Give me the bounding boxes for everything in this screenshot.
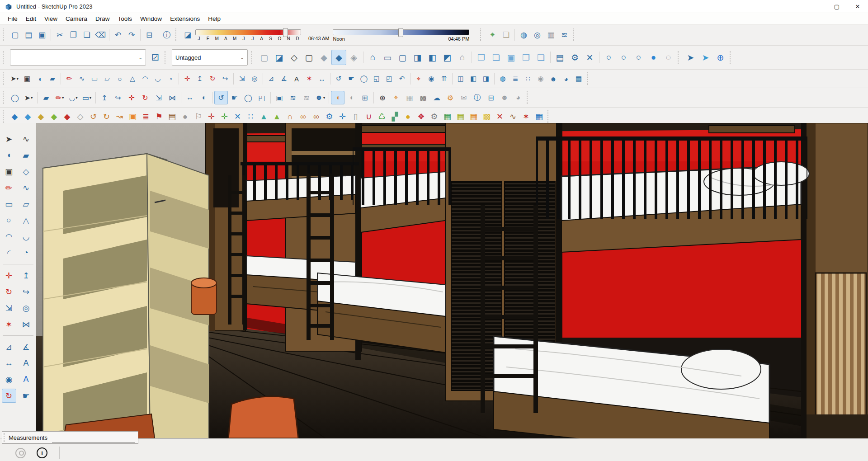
rotated-rectangle-icon[interactable]: ▱: [19, 197, 33, 211]
sandbox-blue-hash-icon[interactable]: ◆: [8, 110, 21, 123]
component-hex-icon[interactable]: ▣: [273, 91, 286, 104]
tape-measure-icon[interactable]: ⊿: [2, 340, 16, 354]
hand-icon[interactable]: ☛: [19, 389, 33, 403]
paint-bucket-icon[interactable]: ◖: [33, 72, 46, 85]
credits-info-icon[interactable]: i: [37, 447, 47, 458]
wood-block-icon[interactable]: ▤: [165, 110, 179, 123]
entity-op-4-icon[interactable]: ❐: [519, 50, 533, 65]
red-flag-icon[interactable]: ⚑: [152, 110, 165, 123]
style-shaded-icon[interactable]: ◆: [316, 50, 331, 65]
zoom-icon[interactable]: ◯: [358, 72, 370, 85]
pan-icon[interactable]: ☛: [345, 72, 358, 85]
menu-item-window[interactable]: Window: [136, 14, 166, 23]
entity-op-3-icon[interactable]: ▣: [504, 50, 519, 65]
yellow-checker-icon[interactable]: ▩: [480, 110, 493, 123]
arc-icon[interactable]: ◠: [139, 72, 151, 85]
components-sandbox-icon[interactable]: ▦: [544, 28, 557, 42]
zoom-select-icon[interactable]: ◯: [8, 91, 22, 104]
protractor-icon[interactable]: ∡: [19, 340, 33, 354]
push-pull-2-icon[interactable]: ↥: [98, 91, 111, 104]
follow-me-2-icon[interactable]: ↪: [111, 91, 125, 104]
model-viewport[interactable]: .c-red{fill:var(--red_wall)} .c-redl{fil…: [0, 123, 868, 438]
green-terrain-icon[interactable]: ▲: [270, 110, 283, 123]
yellow-ball-icon[interactable]: ●: [401, 110, 415, 123]
line-icon[interactable]: ✏: [2, 181, 16, 195]
move-icon[interactable]: ✛: [2, 268, 16, 282]
freehand-icon[interactable]: ∿: [75, 72, 88, 85]
outliner-icon[interactable]: ∷: [522, 72, 534, 85]
material-copy-icon[interactable]: ◖: [331, 91, 344, 104]
offset-icon[interactable]: ◎: [19, 301, 33, 315]
tape-measure-icon[interactable]: ⊿: [265, 72, 278, 85]
circle-icon[interactable]: ○: [2, 213, 16, 227]
make-component-icon[interactable]: ▣: [2, 165, 16, 179]
rotate-icon[interactable]: ↻: [2, 285, 16, 299]
arc-2-icon[interactable]: ◡▾: [66, 91, 80, 104]
rotate-icon[interactable]: ↻: [206, 72, 219, 85]
line-2-icon[interactable]: ✏▾: [53, 91, 66, 104]
menu-item-view[interactable]: View: [40, 14, 61, 23]
style-monochrome-icon[interactable]: ◈: [346, 50, 361, 65]
account-icon[interactable]: ☻: [498, 91, 511, 104]
orange-knot-icon[interactable]: ∞: [297, 110, 310, 123]
open-file-icon[interactable]: ▤: [22, 28, 35, 42]
style-xray-icon[interactable]: ▢: [257, 50, 272, 65]
sandbox-smoove-icon[interactable]: ≋: [300, 91, 313, 104]
three-d-text-icon[interactable]: A: [19, 372, 33, 386]
maximize-button[interactable]: ▢: [826, 0, 847, 13]
cut-icon[interactable]: ✂: [53, 28, 66, 42]
close-button[interactable]: ✕: [847, 0, 868, 13]
delete-icon[interactable]: ⌫: [94, 28, 107, 42]
polygon-icon[interactable]: △: [19, 213, 33, 227]
push-pull-icon[interactable]: ↥: [193, 72, 206, 85]
measurements-input[interactable]: [52, 435, 135, 443]
text-a1-icon[interactable]: A: [19, 356, 33, 370]
geolocation-pin-icon[interactable]: [15, 448, 26, 458]
entity-op-1-icon[interactable]: ❐: [474, 50, 489, 65]
axes-icon[interactable]: ✶: [2, 317, 16, 331]
sandbox-blue-icon[interactable]: ◆: [21, 110, 34, 123]
line-icon[interactable]: ✏: [63, 72, 75, 85]
eraser-icon[interactable]: ▰: [46, 72, 59, 85]
path-points-icon[interactable]: ✛: [205, 110, 218, 123]
menu-item-camera[interactable]: Camera: [61, 14, 91, 23]
redo-icon[interactable]: ↷: [125, 28, 138, 42]
trash-can-icon[interactable]: ▯: [349, 110, 362, 123]
two-point-arc-icon[interactable]: ◡: [151, 72, 164, 85]
dimensions-2-icon[interactable]: ↔: [183, 91, 197, 104]
three-point-arc-icon[interactable]: ◜: [2, 246, 16, 260]
view-top-icon[interactable]: ▭: [380, 50, 395, 65]
magnet-icon[interactable]: ∪: [362, 110, 375, 123]
select-2-icon[interactable]: ➤▾: [22, 91, 35, 104]
style-back-edges-icon[interactable]: ◪: [272, 50, 287, 65]
classifier-dropdown[interactable]: ⌄: [10, 49, 146, 66]
blue-grid-small-icon[interactable]: ▦: [533, 110, 546, 123]
blue-cross-icon[interactable]: ✕: [231, 110, 244, 123]
view-right-icon[interactable]: ◨: [410, 50, 425, 65]
compass-fan-icon[interactable]: ◕: [560, 72, 572, 85]
white-flag-icon[interactable]: ⚐: [192, 110, 205, 123]
pan-2-icon[interactable]: ☛: [228, 91, 241, 104]
paint-bucket-icon[interactable]: ◖: [2, 148, 16, 162]
settings-gear-icon[interactable]: ⚙: [567, 50, 582, 65]
style-shaded-textures-icon[interactable]: ◆: [331, 50, 346, 65]
add-circle-icon[interactable]: ⊕: [376, 91, 389, 104]
scale-2-icon[interactable]: ⇲: [152, 91, 165, 104]
blue-gear-ring-icon[interactable]: ⚙: [323, 110, 336, 123]
eraser-icon[interactable]: ▰: [19, 148, 33, 162]
drop-style-filled-icon[interactable]: ●: [646, 50, 661, 65]
rotate-current-icon[interactable]: ↻: [2, 389, 16, 403]
shadow-date-slider[interactable]: JFMAMJJASOND: [195, 29, 301, 41]
sandbox-green-icon[interactable]: ◆: [47, 110, 61, 123]
follow-me-icon[interactable]: ↪: [219, 72, 231, 85]
add-location-icon[interactable]: ⌖: [486, 28, 499, 42]
roof-white-icon[interactable]: ◇: [74, 110, 87, 123]
style-wireframe-icon[interactable]: ◇: [287, 50, 302, 65]
green-recycle-icon[interactable]: ♺: [375, 110, 388, 123]
menu-item-extensions[interactable]: Extensions: [166, 14, 204, 23]
report-table-icon[interactable]: ▦: [403, 91, 416, 104]
menu-item-tools[interactable]: Tools: [114, 14, 137, 23]
bend-orange-1-icon[interactable]: ↺: [87, 110, 100, 123]
flip-icon[interactable]: ⋈: [165, 91, 179, 104]
rope-lasso-icon[interactable]: ∿: [506, 110, 519, 123]
